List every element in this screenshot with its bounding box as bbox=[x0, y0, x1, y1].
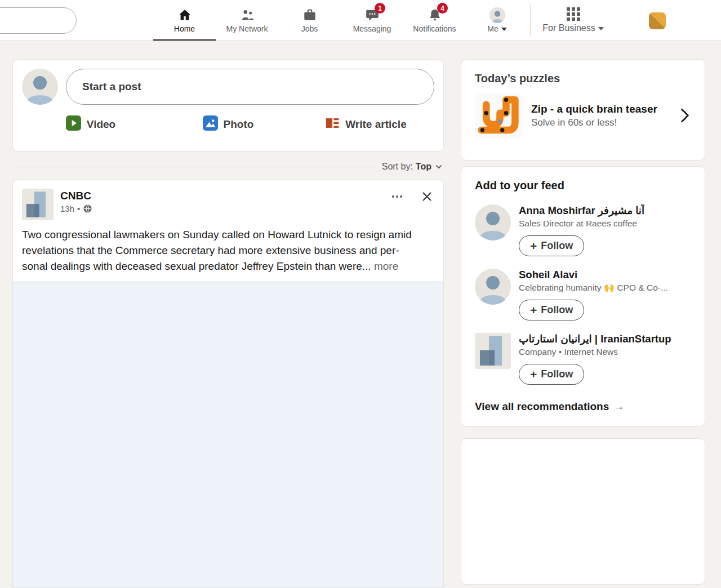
see-more-link[interactable]: more bbox=[374, 260, 398, 272]
jobs-icon bbox=[302, 7, 317, 23]
add-to-feed-title: Add to your feed bbox=[475, 179, 691, 192]
page-body: Start a post Video Photo bbox=[0, 41, 721, 588]
start-post-label: Start a post bbox=[82, 81, 141, 93]
post-meta: 13h • bbox=[60, 204, 92, 213]
caret-down-icon bbox=[501, 28, 507, 31]
suggested-follow-item: Soheil Alavi Celebrating humanity 🙌 CPO … bbox=[475, 269, 691, 320]
caret-down-icon bbox=[598, 27, 604, 30]
view-all-recommendations-link[interactable]: View all recommendations → bbox=[475, 400, 691, 413]
sort-by-value: Top bbox=[416, 162, 431, 172]
close-icon bbox=[421, 190, 433, 203]
notifications-badge: 4 bbox=[437, 3, 448, 14]
write-article-label: Write article bbox=[345, 118, 406, 131]
suggested-follow-item: Anna Moshirfar آنا مشیرفر Sales Director… bbox=[475, 204, 691, 256]
nav-item-messaging[interactable]: Messaging 1 bbox=[341, 0, 403, 41]
nav-divider bbox=[530, 5, 531, 36]
post-text: Two congressional lawmakers on Sunday ca… bbox=[13, 222, 443, 274]
photo-button[interactable]: Photo bbox=[159, 115, 297, 134]
video-label: Video bbox=[87, 118, 115, 131]
nav-label: Notifications bbox=[413, 24, 456, 33]
nav-item-notifications[interactable]: Notifications 4 bbox=[403, 0, 466, 41]
composer-card: Start a post Video Photo bbox=[12, 59, 444, 152]
sort-by-dropdown[interactable]: Sort by: Top bbox=[382, 162, 444, 172]
nav-item-my-network[interactable]: My Network bbox=[216, 0, 278, 41]
globe-icon bbox=[83, 204, 92, 213]
my-network-icon bbox=[240, 7, 255, 23]
me-avatar bbox=[489, 7, 505, 23]
suggested-name[interactable]: Anna Moshirfar آنا مشیرفر bbox=[519, 204, 644, 217]
post-header: CNBC 13h • bbox=[13, 180, 443, 222]
puzzle-name: Zip - a quick brain teaser bbox=[531, 103, 679, 115]
nav-item-jobs[interactable]: Jobs bbox=[278, 0, 341, 41]
nav-label: Messaging bbox=[353, 24, 391, 33]
zip-puzzle-item[interactable]: Zip - a quick brain teaser Solve in 60s … bbox=[475, 93, 691, 138]
suggested-headline: Celebrating humanity 🙌 CPO & Co-... bbox=[519, 283, 668, 293]
puzzles-card: Today’s puzzles Zip - a quick brain teas… bbox=[461, 59, 705, 161]
nav-label: Me bbox=[487, 24, 506, 33]
top-navbar: Home My Network Jobs Messaging 1 Notif bbox=[0, 0, 721, 41]
divider bbox=[12, 167, 376, 167]
grid-icon bbox=[567, 7, 580, 21]
post-dismiss-button[interactable] bbox=[419, 188, 435, 205]
start-post-field[interactable]: Start a post bbox=[66, 69, 434, 105]
suggested-headline: Sales Director at Raees coffee bbox=[519, 219, 644, 229]
plus-icon: + bbox=[530, 305, 537, 315]
puzzle-subtitle: Solve in 60s or less! bbox=[531, 117, 679, 128]
person-avatar[interactable] bbox=[475, 269, 511, 305]
suggested-headline: Company • Internet News bbox=[519, 347, 671, 357]
post-media-placeholder[interactable] bbox=[13, 281, 443, 587]
sort-row: Sort by: Top bbox=[12, 160, 444, 173]
nav-label: Home bbox=[174, 24, 195, 33]
follow-button[interactable]: + Follow bbox=[519, 235, 584, 256]
premium-app-icon[interactable] bbox=[649, 12, 666, 29]
nav-item-home[interactable]: Home bbox=[153, 0, 216, 41]
sidebar-extra-card bbox=[461, 438, 705, 585]
arrow-right-icon: → bbox=[613, 400, 624, 413]
suggested-follow-item: ایرانیان استارتاپ | IranianStartup Compa… bbox=[475, 333, 691, 385]
post-author-logo[interactable] bbox=[22, 189, 54, 220]
primary-nav: Home My Network Jobs Messaging 1 Notif bbox=[153, 0, 528, 41]
suggested-name[interactable]: Soheil Alavi bbox=[519, 269, 668, 281]
chevron-down-icon bbox=[434, 162, 444, 172]
feed-column: Start a post Video Photo bbox=[12, 59, 444, 588]
video-button[interactable]: Video bbox=[22, 115, 159, 134]
messaging-badge: 1 bbox=[375, 3, 385, 14]
write-article-button[interactable]: Write article bbox=[297, 115, 434, 134]
follow-button[interactable]: + Follow bbox=[519, 364, 584, 385]
add-to-feed-card: Add to your feed Anna Moshirfar آنا مشیر… bbox=[461, 166, 705, 427]
for-business-label: For Business bbox=[542, 23, 603, 33]
puzzles-title: Today’s puzzles bbox=[475, 72, 691, 85]
search-input[interactable] bbox=[0, 7, 77, 34]
my-profile-avatar[interactable] bbox=[22, 69, 58, 105]
home-icon bbox=[177, 7, 192, 23]
write-article-icon bbox=[324, 115, 340, 133]
zip-puzzle-icon bbox=[475, 93, 522, 138]
photo-icon bbox=[203, 115, 218, 133]
company-logo[interactable] bbox=[475, 333, 511, 369]
photo-label: Photo bbox=[224, 118, 254, 131]
person-avatar[interactable] bbox=[475, 204, 511, 240]
post-author-name[interactable]: CNBC bbox=[60, 190, 92, 202]
right-sidebar: Today’s puzzles Zip - a quick brain teas… bbox=[461, 59, 705, 585]
sort-by-label: Sort by: bbox=[382, 162, 413, 172]
suggested-name[interactable]: ایرانیان استارتاپ | IranianStartup bbox=[519, 333, 671, 345]
follow-button[interactable]: + Follow bbox=[519, 300, 584, 320]
more-horizontal-icon bbox=[390, 190, 404, 203]
plus-icon: + bbox=[530, 369, 537, 380]
for-business-menu[interactable]: For Business bbox=[538, 0, 608, 41]
post-options-button[interactable] bbox=[388, 188, 406, 206]
feed-post: CNBC 13h • Two congres bbox=[12, 179, 444, 588]
post-timestamp: 13h bbox=[60, 204, 74, 213]
plus-icon: + bbox=[530, 241, 537, 251]
nav-label: My Network bbox=[226, 24, 268, 33]
nav-item-me[interactable]: Me bbox=[466, 0, 528, 41]
nav-label: Jobs bbox=[301, 24, 318, 33]
meta-separator: • bbox=[77, 204, 80, 213]
chevron-right-icon bbox=[679, 107, 691, 124]
video-icon bbox=[66, 115, 81, 133]
